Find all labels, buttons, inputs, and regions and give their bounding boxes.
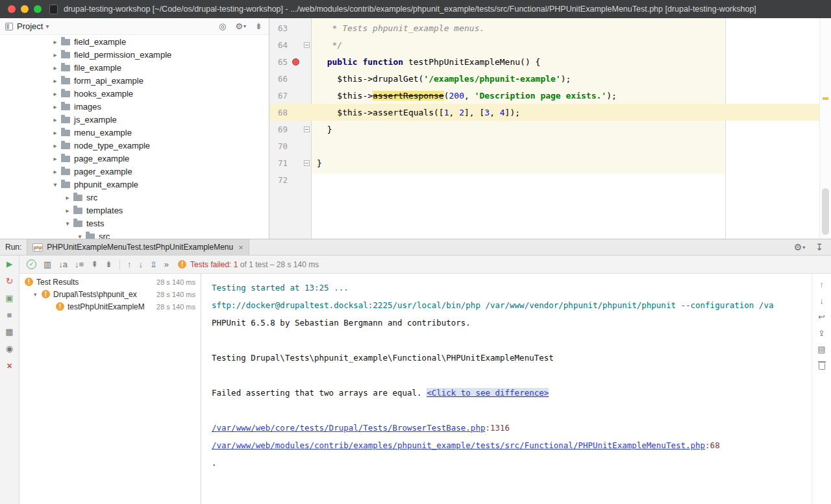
chevron-right-icon[interactable]: ▸ — [51, 38, 60, 45]
project-tree-item[interactable]: ▸templates — [0, 204, 269, 217]
test-console-output[interactable]: Testing started at 13:25 ...sftp://docke… — [201, 274, 812, 504]
chevron-right-icon[interactable]: ▸ — [51, 142, 60, 149]
diff-link[interactable]: <Click to see difference> — [427, 388, 549, 398]
chevron-right-icon[interactable]: ▸ — [51, 116, 60, 123]
warning-stripe-mark[interactable] — [823, 97, 828, 100]
sort-by-duration-icon[interactable]: ↓≡ — [75, 260, 84, 269]
gutter-cell[interactable]: 63 — [269, 19, 312, 36]
expand-all-icon[interactable]: ⇞ — [91, 260, 98, 269]
code-line[interactable]: 63 * Tests phpunit_example menus. — [269, 19, 819, 36]
project-tree-item[interactable]: ▾phpunit_example — [0, 178, 269, 191]
project-tree-item[interactable]: ▸page_example — [0, 152, 269, 165]
project-tree-item[interactable]: ▸images — [0, 100, 269, 113]
chevron-down-icon[interactable]: ▾ — [51, 181, 60, 188]
chevron-right-icon[interactable]: ▸ — [63, 207, 72, 214]
code-line[interactable]: 71} — [269, 154, 819, 171]
gutter-cell[interactable]: 64 — [269, 36, 312, 53]
gutter-cell[interactable]: 69 — [269, 121, 312, 138]
fold-marker-icon[interactable] — [304, 42, 310, 48]
chevron-right-icon[interactable]: ▸ — [51, 103, 60, 110]
code-line[interactable]: 68 $this->assertEquals([1, 2], [3, 4]); — [269, 104, 819, 121]
project-tree-item[interactable]: ▾tests — [0, 217, 269, 230]
stop-icon[interactable]: ■ — [7, 311, 12, 319]
pin-tab-icon[interactable]: ◉ — [6, 344, 13, 353]
code-line[interactable]: 65 public function testPhpUnitExampleMen… — [269, 53, 819, 70]
gutter-cell[interactable]: 68 — [269, 104, 312, 121]
project-tree-item[interactable]: ▸node_type_example — [0, 139, 269, 152]
show-passed-icon[interactable]: ✓ — [27, 259, 36, 269]
print-icon[interactable]: ▤ — [817, 345, 825, 354]
toggle-auto-test-icon[interactable]: ▣ — [5, 294, 13, 302]
rerun-failed-tests-icon[interactable]: ↻ — [6, 276, 14, 285]
sort-alphabetically-icon[interactable]: ↓a — [58, 260, 68, 269]
next-failed-test-icon[interactable]: ↓ — [138, 260, 143, 269]
run-tab[interactable]: php PHPUnitExampleMenuTest.testPhpUnitEx… — [27, 239, 249, 255]
project-tree-item[interactable]: ▸field_example — [0, 35, 269, 48]
run-settings-button[interactable]: ⚙▾ — [794, 242, 806, 252]
chevron-right-icon[interactable]: ▸ — [51, 168, 60, 175]
jump-to-trace-icon[interactable]: ↩ — [818, 313, 825, 321]
down-stacktrace-icon[interactable]: ↓ — [819, 296, 824, 305]
test-tree-item[interactable]: ▾!Drupal\Tests\phpunit_ex28 s 140 ms — [19, 288, 201, 300]
gutter-cell[interactable]: 65 — [269, 53, 312, 70]
project-settings-button[interactable]: ⚙▾ — [235, 21, 246, 31]
test-tree-item[interactable]: !Test Results28 s 140 ms — [19, 276, 201, 288]
chevron-down-icon[interactable]: ▾ — [34, 291, 42, 298]
close-tab-icon[interactable]: × — [238, 243, 243, 252]
chevron-right-icon[interactable]: ▸ — [51, 51, 60, 58]
code-line[interactable]: 69 } — [269, 121, 819, 138]
code-line[interactable]: 72 — [269, 171, 819, 188]
clear-console-icon[interactable] — [819, 363, 825, 370]
project-tree-item[interactable]: ▸hooks_example — [0, 87, 269, 100]
rerun-test-icon[interactable]: ▶ — [6, 260, 12, 268]
project-tree-item[interactable]: ▸src — [0, 191, 269, 204]
fold-marker-icon[interactable] — [304, 126, 310, 132]
file-link[interactable]: /var/www/web/modules/contrib/examples/ph… — [212, 440, 705, 450]
project-tree-item[interactable]: ▸pager_example — [0, 165, 269, 178]
more-options-icon[interactable]: » — [164, 260, 169, 269]
file-link[interactable]: /var/www/web/core/tests/Drupal/Tests/Bro… — [212, 423, 485, 433]
fold-marker-icon[interactable] — [304, 160, 310, 166]
project-tree-item[interactable]: ▸file_example — [0, 61, 269, 74]
gutter-cell[interactable]: 66 — [269, 70, 312, 87]
import-test-results-icon[interactable]: ⇫ — [150, 260, 157, 269]
scrollbar-thumb[interactable] — [822, 188, 829, 235]
previous-failed-test-icon[interactable]: ↑ — [127, 260, 132, 269]
project-tree-item[interactable]: ▸menu_example — [0, 126, 269, 139]
code-line[interactable]: 64 */ — [269, 36, 819, 53]
export-icon[interactable]: ⇪ — [818, 329, 825, 337]
show-ignored-icon[interactable]: ▥ — [43, 260, 51, 269]
chevron-right-icon[interactable]: ▸ — [51, 90, 60, 97]
editor-scrollbar[interactable] — [819, 18, 831, 239]
chevron-down-icon[interactable]: ▾ — [45, 23, 49, 30]
gutter-cell[interactable]: 70 — [269, 138, 312, 154]
close-window-button[interactable] — [8, 5, 16, 13]
gutter-cell[interactable]: 67 — [269, 87, 312, 104]
chevron-right-icon[interactable]: ▸ — [51, 129, 60, 136]
zoom-window-button[interactable] — [34, 5, 42, 13]
chevron-right-icon[interactable]: ▸ — [51, 155, 60, 162]
up-stacktrace-icon[interactable]: ↑ — [819, 280, 824, 289]
chevron-right-icon[interactable]: ▸ — [63, 194, 72, 201]
project-tree-item[interactable]: ▸form_api_example — [0, 74, 269, 87]
code-line[interactable]: 67 $this->assertResponse(200, 'Descripti… — [269, 87, 819, 104]
gutter-cell[interactable]: 72 — [269, 171, 312, 188]
test-tree-item[interactable]: !testPhpUnitExampleM28 s 140 ms — [19, 300, 201, 313]
hide-panel-icon[interactable]: ↧ — [815, 242, 823, 252]
close-icon[interactable]: × — [6, 361, 12, 370]
collapse-all-icon[interactable]: ⇟ — [255, 21, 262, 31]
project-tree-item[interactable]: ▸js_example — [0, 113, 269, 126]
chevron-right-icon[interactable]: ▸ — [51, 77, 60, 84]
code-line[interactable]: 70 — [269, 138, 819, 154]
code-line[interactable]: 66 $this->drupalGet('/examples/phpunit-e… — [269, 70, 819, 87]
restore-layout-icon[interactable]: ▦ — [5, 328, 13, 336]
project-panel-title[interactable]: Project — [17, 21, 43, 31]
code-editor[interactable]: 63 * Tests phpunit_example menus.64 */65… — [269, 18, 831, 239]
chevron-down-icon[interactable]: ▾ — [63, 220, 72, 227]
project-tree-item[interactable]: ▸field_permission_example — [0, 48, 269, 61]
minimize-window-button[interactable] — [21, 5, 29, 13]
project-tree-item[interactable]: ▾src — [0, 230, 269, 239]
locate-file-icon[interactable]: ◎ — [219, 21, 226, 31]
chevron-right-icon[interactable]: ▸ — [51, 64, 60, 71]
collapse-all-icon[interactable]: ⇟ — [105, 260, 112, 269]
